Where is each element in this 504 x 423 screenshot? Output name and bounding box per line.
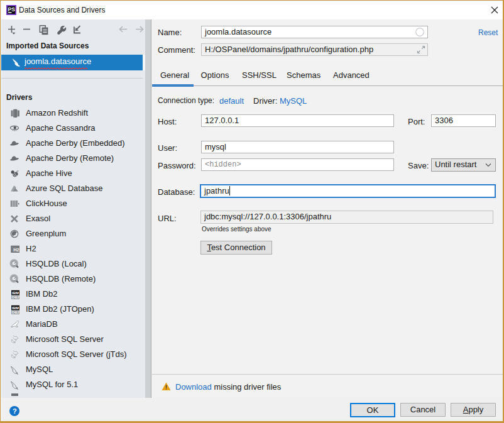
svg-text:H2: H2 <box>13 247 19 253</box>
svg-text:DB2: DB2 <box>12 310 19 314</box>
svg-text:IBM: IBM <box>12 291 19 295</box>
svg-text:PS: PS <box>8 6 16 13</box>
svg-text:DB2: DB2 <box>12 295 19 299</box>
svg-text:IBM: IBM <box>12 306 19 310</box>
svg-text:?: ? <box>13 407 17 415</box>
